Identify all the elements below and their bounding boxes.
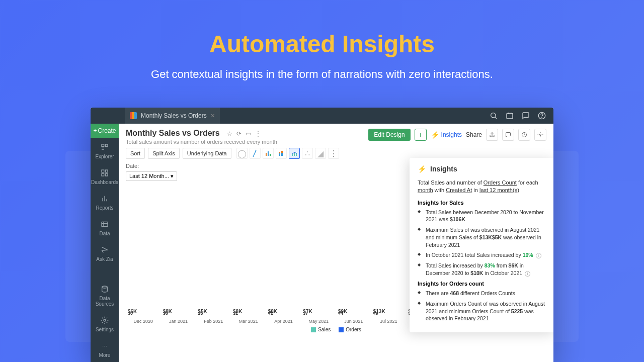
explorer-icon	[100, 143, 109, 152]
insights-summary: Total Sales and number of Orders Count f…	[418, 179, 547, 195]
underlying-data-button[interactable]: Underlying Data	[183, 148, 231, 159]
svg-rect-7	[105, 170, 108, 172]
legend-swatch-sales	[311, 327, 316, 332]
sidebar-item-reports[interactable]: Reports	[91, 189, 119, 215]
tab-label: Monthly Sales vs Orders	[141, 112, 207, 119]
sidebar: + Create Explorer Dashboards Reports Dat…	[91, 124, 119, 362]
settings-icon[interactable]	[534, 129, 546, 141]
hero-title: Automated Insights	[0, 30, 644, 58]
chart-type-bar[interactable]	[263, 148, 274, 159]
close-icon[interactable]: ×	[211, 112, 215, 120]
refresh-icon[interactable]: ⟳	[236, 130, 242, 137]
x-axis-label: May 2021	[303, 319, 334, 324]
svg-rect-8	[102, 173, 104, 176]
x-axis-label: Dec 2020	[128, 319, 159, 324]
x-axis-label: Jan 2021	[163, 319, 194, 324]
hero-section: Automated Insights Get contextual insigh…	[0, 0, 644, 81]
zia-icon: ⚡	[418, 165, 426, 173]
history-icon[interactable]	[518, 129, 530, 141]
sidebar-item-more[interactable]: ⋯More	[91, 336, 119, 362]
save-icon[interactable]: ▭	[246, 130, 251, 137]
sort-button[interactable]: Sort	[126, 148, 145, 159]
comment-icon[interactable]	[521, 111, 530, 120]
add-button[interactable]: +	[415, 129, 427, 141]
svg-rect-6	[102, 170, 104, 172]
dashboards-icon	[100, 168, 109, 177]
x-axis-label: Mar 2021	[233, 319, 264, 324]
plus-icon: +	[93, 127, 97, 134]
app-window: Monthly Sales vs Orders × + Create Explo…	[91, 108, 553, 362]
menu-icon[interactable]: ⋮	[255, 130, 261, 137]
legend-swatch-orders	[339, 327, 344, 332]
svg-rect-1	[507, 113, 513, 119]
sidebar-item-explorer[interactable]: Explorer	[91, 138, 119, 163]
report-title: Monthly Sales vs Orders	[126, 129, 220, 137]
report-subtitle: Total sales amount vs number of orders r…	[126, 139, 277, 145]
chart-type-area[interactable]: ◢	[315, 148, 326, 159]
create-button[interactable]: + Create	[91, 124, 119, 138]
insight-item: Total Sales increased by 83% from $6K in…	[424, 262, 547, 277]
sidebar-item-settings[interactable]: Settings	[91, 311, 119, 336]
sidebar-item-ask-zia[interactable]: Ask Zia	[91, 240, 119, 266]
sidebar-item-dashboards[interactable]: Dashboards	[91, 163, 119, 189]
chart-type-line[interactable]: 〳	[250, 148, 261, 159]
sidebar-item-data[interactable]: Data	[91, 215, 119, 240]
svg-rect-16	[268, 151, 269, 156]
orders-insights-list: There are 468 different Orders CountsMax…	[418, 290, 547, 322]
insight-item: There are 468 different Orders Counts	[424, 290, 547, 297]
tab-monthly-sales[interactable]: Monthly Sales vs Orders ×	[125, 108, 220, 124]
chart-type-scatter[interactable]: ∴	[302, 148, 313, 159]
chart-type-more[interactable]: ⋮	[328, 148, 339, 159]
gear-icon	[100, 316, 109, 325]
calendar-icon[interactable]	[505, 111, 514, 120]
svg-point-3	[542, 117, 542, 118]
svg-point-14	[540, 134, 541, 136]
titlebar-actions	[489, 111, 553, 120]
insights-orders-heading: Insights for Orders count	[418, 281, 547, 287]
svg-rect-17	[270, 154, 271, 156]
svg-rect-5	[105, 144, 108, 147]
svg-rect-21	[281, 151, 283, 153]
insights-sales-heading: Insights for Sales	[418, 200, 547, 206]
legend-sales: Sales	[311, 327, 331, 332]
share-button[interactable]: Share	[466, 131, 482, 138]
titlebar: Monthly Sales vs Orders ×	[91, 108, 553, 124]
search-icon[interactable]	[489, 111, 498, 120]
date-filter-select[interactable]: Last 12 Month... ▾	[126, 171, 177, 181]
data-icon	[100, 220, 109, 229]
export-icon[interactable]	[486, 129, 498, 141]
chart-icon	[130, 112, 137, 119]
chat-icon[interactable]	[502, 129, 514, 141]
svg-rect-19	[279, 152, 280, 153]
svg-rect-10	[102, 222, 108, 226]
svg-rect-9	[105, 173, 108, 176]
star-icon[interactable]: ☆	[227, 130, 232, 137]
svg-point-11	[102, 286, 108, 288]
zia-icon: ⚡	[431, 131, 439, 139]
help-icon[interactable]	[537, 111, 546, 120]
data-sources-icon	[100, 285, 109, 294]
svg-rect-4	[102, 144, 104, 147]
svg-point-12	[104, 319, 106, 321]
x-axis-label: Jul 2021	[373, 319, 405, 324]
report-header: Monthly Sales vs Orders ☆ ⟳ ▭ ⋮ Total sa…	[119, 124, 553, 148]
svg-point-0	[491, 113, 496, 118]
chart-type-selector: ◯ 〳 ∴ ◢ ⋮	[236, 148, 339, 159]
insights-title: ⚡ Insights	[418, 165, 547, 173]
chart-type-combo[interactable]	[289, 148, 300, 159]
edit-design-button[interactable]: Edit Design	[368, 129, 410, 141]
insight-item: Maximum Sales of was observed in August …	[424, 226, 547, 248]
sidebar-item-data-sources[interactable]: Data Sources	[91, 280, 119, 311]
insights-panel: ⚡ Insights Total Sales and number of Ord…	[410, 158, 553, 332]
hero-subtitle: Get contextual insights in the form of n…	[0, 68, 644, 81]
x-axis-label: Feb 2021	[198, 319, 229, 324]
zia-icon	[100, 245, 109, 254]
split-axis-button[interactable]: Split Axis	[148, 148, 180, 159]
reports-icon	[100, 194, 109, 203]
svg-rect-15	[266, 153, 267, 156]
insight-item: Total Sales between December 2020 to Nov…	[424, 209, 547, 223]
chart-type-pie[interactable]: ◯	[236, 148, 248, 159]
insights-button[interactable]: ⚡Insights	[431, 131, 462, 139]
chart-type-stacked[interactable]	[276, 148, 287, 159]
header-right: Edit Design + ⚡Insights Share	[368, 129, 546, 141]
